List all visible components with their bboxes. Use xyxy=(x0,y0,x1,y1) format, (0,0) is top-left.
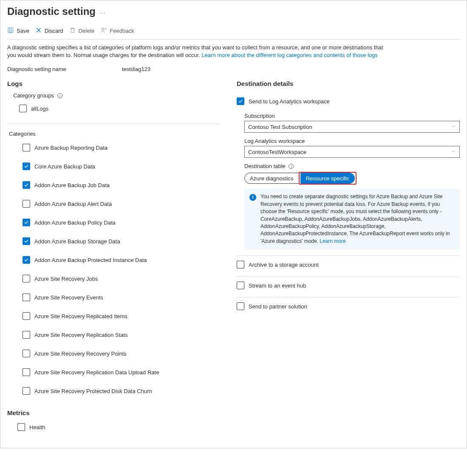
checkbox-row: Azure Site Recovery Replication Data Upl… xyxy=(7,366,220,379)
checkbox[interactable] xyxy=(23,144,30,151)
page-title: Diagnostic setting xyxy=(7,6,96,17)
info-callout: i You need to create separate diagnostic… xyxy=(244,189,460,249)
svg-rect-1 xyxy=(9,31,12,32)
save-button[interactable]: Save xyxy=(7,27,29,35)
dest-eventhub-label: Stream to an event hub xyxy=(249,282,306,289)
setting-name-value[interactable]: testdiag123 xyxy=(122,66,150,72)
checkbox-row: Azure Site Recovery Jobs xyxy=(7,272,220,285)
checkbox[interactable] xyxy=(23,162,30,170)
checkbox-row: Addon Azure Backup Policy Data xyxy=(7,216,220,229)
discard-button[interactable]: Discard xyxy=(35,27,63,35)
dest-log-analytics-label: Send to Log Analytics workspace xyxy=(249,98,330,105)
checkbox[interactable] xyxy=(23,237,30,245)
feedback-button[interactable]: Feedback xyxy=(100,27,134,35)
checkbox-label: Health xyxy=(29,424,45,430)
checkbox-label: Addon Azure Backup Storage Data xyxy=(34,238,120,245)
save-label: Save xyxy=(17,28,29,34)
more-menu-icon[interactable]: … xyxy=(100,9,106,15)
delete-button[interactable]: Delete xyxy=(69,27,95,35)
dest-partner-label: Send to partner solution xyxy=(249,303,307,310)
checkbox-label: Azure Site Recovery Events xyxy=(34,294,103,301)
checkbox-label: Addon Azure Backup Policy Data xyxy=(34,219,116,226)
subscription-value: Contoso Test Subscription xyxy=(248,124,312,130)
workspace-label: Log Analytics workspace xyxy=(244,138,460,144)
checkbox-label: Azure Site Recovery Recovery Points xyxy=(34,351,127,357)
workspace-value: ContosoTestWorkspace xyxy=(248,149,306,155)
destination-heading: Destination details xyxy=(237,80,460,87)
discard-label: Discard xyxy=(45,28,63,34)
checkbox[interactable] xyxy=(23,181,30,189)
highlight-resource-specific: Resource specific xyxy=(299,172,357,185)
info-learn-more-link[interactable]: Learn more xyxy=(320,238,345,244)
intro-text: A diagnostic setting specifies a list of… xyxy=(7,44,390,59)
checkbox[interactable] xyxy=(23,219,30,226)
checkbox-label: Azure Site Recovery Jobs xyxy=(34,276,98,282)
categories-label: Categories xyxy=(9,131,220,137)
checkbox-row: Addon Azure Backup Storage Data xyxy=(7,235,220,248)
category-groups-label: Category groups xyxy=(13,92,54,99)
feedback-label: Feedback xyxy=(110,28,134,34)
checkbox-label: Azure Site Recovery Replication Data Upl… xyxy=(34,369,159,376)
checkbox[interactable] xyxy=(23,387,30,395)
checkbox-row: Azure Site Recovery Replication Stats xyxy=(7,328,220,341)
workspace-select[interactable]: ContosoTestWorkspace xyxy=(244,146,460,158)
checkbox-label: Azure Site Recovery Replicated Items xyxy=(34,313,127,319)
checkbox-label: allLogs xyxy=(31,105,48,112)
dest-log-analytics-checkbox[interactable] xyxy=(237,97,244,105)
checkbox-row: Azure Site Recovery Recovery Points xyxy=(7,347,220,360)
checkbox-label: Addon Azure Backup Protected Instance Da… xyxy=(34,257,147,263)
dest-storage-label: Archive to a storage account xyxy=(249,262,319,268)
subscription-select[interactable]: Contoso Test Subscription xyxy=(244,121,460,133)
delete-label: Delete xyxy=(79,28,95,34)
checkbox-row: allLogs xyxy=(7,102,220,115)
x-icon xyxy=(35,27,42,35)
checkbox-row: Addon Azure Backup Alert Data xyxy=(7,197,220,210)
metrics-heading: Metrics xyxy=(7,409,220,416)
chevron-down-icon xyxy=(451,124,456,130)
svg-rect-0 xyxy=(8,28,13,33)
dest-partner-checkbox[interactable] xyxy=(237,302,244,310)
chevron-down-icon xyxy=(451,149,456,155)
info-bubble-icon: i xyxy=(249,194,256,201)
checkbox-label: Addon Azure Backup Alert Data xyxy=(34,201,112,207)
dest-storage-checkbox[interactable] xyxy=(237,261,244,268)
checkbox-label: Azure Backup Reporting Data xyxy=(34,145,108,151)
trash-icon xyxy=(69,27,76,35)
svg-point-2 xyxy=(102,28,104,30)
checkbox[interactable] xyxy=(23,294,30,301)
checkbox-row: Addon Azure Backup Job Data xyxy=(7,179,220,191)
checkbox[interactable] xyxy=(23,331,30,339)
toggle-resource-specific[interactable]: Resource specific xyxy=(300,173,355,184)
checkbox-row: Azure Backup Reporting Data xyxy=(7,141,220,154)
checkbox-row: Addon Azure Backup Protected Instance Da… xyxy=(7,254,220,266)
checkbox-row: Health xyxy=(7,421,220,433)
checkbox[interactable] xyxy=(23,256,30,264)
command-bar: Save Discard Delete Feedback xyxy=(7,24,460,40)
save-icon xyxy=(7,27,14,35)
checkbox[interactable] xyxy=(23,200,30,208)
checkbox-row: Azure Site Recovery Protected Disk Data … xyxy=(7,385,220,397)
dest-eventhub-checkbox[interactable] xyxy=(237,282,244,289)
checkbox[interactable] xyxy=(23,350,30,357)
checkbox-row: Core Azure Backup Data xyxy=(7,160,220,173)
info-callout-text: You need to create separate diagnostic s… xyxy=(260,194,450,244)
checkbox-label: Azure Site Recovery Protected Disk Data … xyxy=(34,388,152,394)
subscription-label: Subscription xyxy=(244,113,460,119)
logs-heading: Logs xyxy=(7,80,220,87)
checkbox-row: Azure Site Recovery Events xyxy=(7,291,220,304)
info-icon[interactable]: i xyxy=(289,164,294,169)
feedback-icon xyxy=(100,27,107,35)
setting-name-label: Diagnostic setting name xyxy=(7,66,122,72)
checkbox[interactable] xyxy=(17,423,25,431)
checkbox-row: Azure Site Recovery Replicated Items xyxy=(7,310,220,322)
destination-table-label: Destination table xyxy=(244,163,286,169)
info-icon[interactable]: i xyxy=(57,93,62,98)
checkbox[interactable] xyxy=(23,312,30,320)
toggle-azure-diagnostics[interactable]: Azure diagnostics xyxy=(244,173,299,184)
checkbox-label: Addon Azure Backup Job Data xyxy=(34,182,110,188)
checkbox[interactable] xyxy=(23,275,30,282)
checkbox[interactable] xyxy=(23,368,30,376)
learn-more-link[interactable]: Learn more about the different log categ… xyxy=(201,52,378,58)
checkbox[interactable] xyxy=(19,105,27,112)
checkbox-label: Core Azure Backup Data xyxy=(34,163,95,170)
